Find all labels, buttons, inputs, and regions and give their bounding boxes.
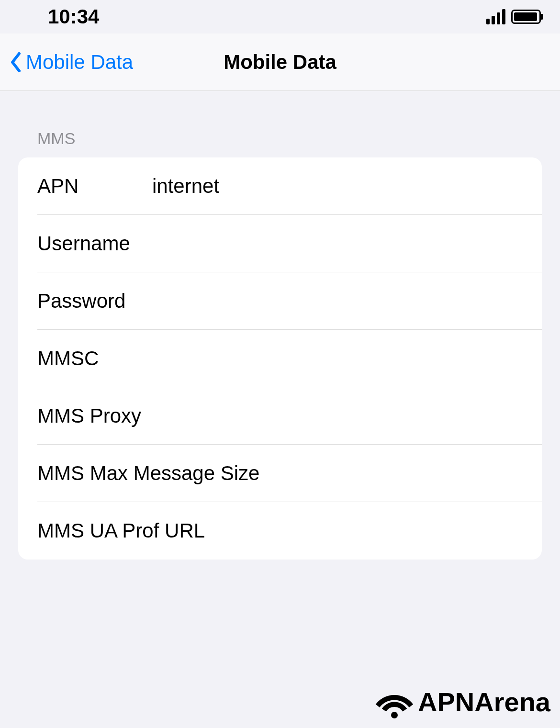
apn-label: APN: [37, 175, 152, 198]
settings-group: APN Username Password MMSC MMS Proxy MMS…: [18, 157, 542, 560]
mms-max-size-row[interactable]: MMS Max Message Size: [18, 445, 542, 502]
mmsc-label: MMSC: [37, 347, 152, 370]
content-area: MMS APN Username Password MMSC MMS Proxy: [0, 91, 560, 560]
mms-ua-prof-row[interactable]: MMS UA Prof URL: [18, 502, 542, 560]
mmsc-input[interactable]: [152, 347, 523, 370]
status-indicators: [486, 9, 541, 24]
status-time: 10:34: [48, 5, 99, 28]
apn-row[interactable]: APN: [18, 157, 542, 215]
navigation-bar: Mobile Data Mobile Data: [0, 34, 560, 91]
mmsc-row[interactable]: MMSC: [18, 330, 542, 387]
footer-logo-text: APNArena: [418, 686, 550, 717]
apn-input[interactable]: [152, 175, 523, 198]
mms-proxy-row[interactable]: MMS Proxy: [18, 387, 542, 445]
section-header: MMS: [18, 129, 542, 148]
password-label: Password: [37, 290, 152, 313]
password-row[interactable]: Password: [18, 272, 542, 330]
status-bar: 10:34: [0, 0, 560, 34]
chevron-left-icon: [10, 52, 22, 73]
footer-logo: APNArena: [373, 685, 550, 718]
username-row[interactable]: Username: [18, 215, 542, 272]
mms-proxy-input[interactable]: [152, 404, 523, 427]
mms-max-size-label: MMS Max Message Size: [37, 462, 259, 485]
mms-proxy-label: MMS Proxy: [37, 404, 152, 427]
cellular-signal-icon: [486, 9, 505, 24]
svg-point-1: [391, 712, 398, 718]
back-label: Mobile Data: [26, 51, 133, 74]
mms-max-size-input[interactable]: [259, 462, 523, 485]
page-title: Mobile Data: [224, 51, 336, 74]
username-label: Username: [37, 232, 152, 255]
username-input[interactable]: [152, 232, 523, 255]
password-input[interactable]: [152, 290, 523, 313]
mms-ua-prof-input[interactable]: [205, 519, 523, 542]
wifi-icon: [373, 685, 416, 718]
back-button[interactable]: Mobile Data: [10, 51, 133, 74]
mms-ua-prof-label: MMS UA Prof URL: [37, 519, 205, 542]
battery-icon: [511, 10, 541, 24]
